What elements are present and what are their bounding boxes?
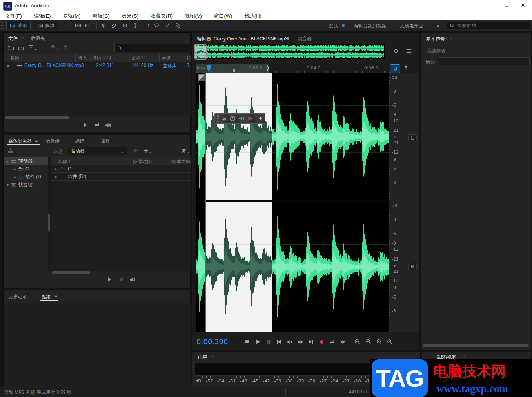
col-name[interactable]: 名称 ↑ [10,55,23,62]
media-splitter[interactable] [48,157,51,271]
expand-chevron-icon[interactable]: ▸ [14,167,16,171]
col-duration[interactable]: 持续时间 [133,158,152,165]
loop-playback-button[interactable] [327,337,337,346]
files-search-input[interactable] [126,45,189,51]
zoom-selector-left-handle[interactable] [195,46,197,57]
batch-save-icon[interactable] [50,45,59,51]
volume-hud[interactable]: +0 dB [214,113,265,124]
record-button[interactable] [317,337,326,346]
media-h-scrollbar[interactable] [52,271,90,274]
media-preview-play-button[interactable] [106,276,113,283]
maximize-button[interactable]: □ [502,2,511,8]
overview-list-icon[interactable] [405,47,412,54]
spectral-display-icon[interactable] [85,22,92,29]
overview-zoom-selector[interactable] [194,44,207,60]
zoom-out-full-button[interactable] [385,337,394,346]
col-name[interactable]: 名称 ↑ [58,158,71,165]
zoom-out-button[interactable] [364,337,373,346]
spot-healing-tool-icon[interactable] [175,22,181,29]
menu-multitrack[interactable]: 多轨(M) [58,12,86,20]
close-button[interactable]: ✕ [519,2,527,8]
file-name[interactable]: Crazy O... BLACKPINK.mp3 [24,63,84,68]
essential-h-scrollbar[interactable] [423,344,529,347]
editor-panel-menu-icon[interactable]: ≡ [287,36,289,41]
tab-essential-sound[interactable]: 基本声音 [426,36,445,43]
pause-button[interactable] [264,337,273,346]
workspace-tab-edit-audio-to-video[interactable]: 编辑音频到视频 [354,23,387,29]
tab-levels[interactable]: 电平 [198,354,207,361]
file-row[interactable]: ▸ Crazy O... BLACKPINK.mp3 2:42.011 4410… [4,62,191,70]
tab-video[interactable]: 视频 [41,294,51,300]
hud-grip[interactable] [217,115,219,122]
hud-knob-icon[interactable] [229,115,236,122]
selection-view-menu-icon[interactable]: ≡ [463,354,466,360]
media-browser-menu-icon[interactable]: ≡ [35,138,38,143]
tab-files[interactable]: 文件 [8,35,18,42]
waveform-display-icon[interactable] [74,22,82,29]
stop-button[interactable] [242,337,252,346]
time-selection-tool-icon[interactable] [132,22,138,29]
workspace-default-menu-icon[interactable]: ≡ [342,23,345,28]
tab-history[interactable]: 历史记录 [8,294,27,300]
fast-forward-button[interactable] [296,337,305,346]
tab-mixer[interactable]: 混音器 [298,36,312,42]
workspace-tab-radio-production[interactable]: 无线电作品 [400,23,423,29]
menu-effects[interactable]: 效果(S) [116,12,143,20]
import-file-icon[interactable] [18,45,24,51]
zoom-in-full-button[interactable] [374,337,384,346]
slip-tool-icon[interactable] [122,22,128,29]
menu-view[interactable]: 视图(V) [180,12,207,20]
selection-end-bracket[interactable]: ❭ [265,65,270,71]
filter-icon[interactable] [181,148,189,154]
add-shortcut-icon[interactable] [143,148,151,154]
time-display[interactable]: 0:00.390 [196,337,228,346]
files-panel-menu-icon[interactable]: ≡ [21,35,24,41]
toolbar-grip[interactable] [1,22,3,29]
help-search-input[interactable] [456,22,527,29]
expand-chevron-icon[interactable]: ▸ [55,167,57,171]
col-duration[interactable]: 持续时间 [92,55,111,62]
move-tool-icon[interactable] [100,22,106,29]
marquee-tool-icon[interactable] [143,22,149,29]
hud-gain-value[interactable]: +0 [238,116,244,121]
collapse-chevron-icon[interactable]: ▾ [7,159,9,163]
waveform-right-channel[interactable] [196,202,389,332]
playhead-handle[interactable] [206,65,211,72]
tree-item-d-drive[interactable]: ▸ 软件 (D: [4,173,48,181]
go-to-start-button[interactable] [274,337,283,346]
zoom-selector-right-handle[interactable] [204,46,206,57]
waveform-overview[interactable] [195,44,385,59]
video-panel-menu-icon[interactable]: ≡ [54,294,57,299]
files-h-scrollbar[interactable] [5,116,69,119]
media-preview-loop-button[interactable] [118,276,125,283]
media-v-scrollbar[interactable] [48,214,50,232]
menu-favorites[interactable]: 收藏夹(R) [145,12,178,20]
tree-item-c-drive[interactable]: ▸ C: [4,165,48,173]
workspace-tab-default[interactable]: 默认 [329,23,338,29]
col-channels[interactable]: 声道 [162,55,171,62]
tree-item-drives[interactable]: ▾ 驱动器 [4,157,48,165]
tab-effects-rack[interactable]: 效果组 [46,138,60,145]
menu-clip[interactable]: 剪辑(C) [87,12,115,20]
trash-icon[interactable] [62,45,69,51]
menu-window[interactable]: 窗口(W) [209,12,237,20]
tab-media-browser[interactable]: 媒体浏览器 [8,138,32,145]
skip-selection-button[interactable] [338,337,347,346]
expand-chevron-icon[interactable]: ▸ [7,63,10,68]
multitrack-view-button[interactable]: 多轨 [34,22,58,29]
tree-item-shortcuts[interactable]: ▾ 快捷键 [4,181,48,189]
workspace-overflow-icon[interactable]: » [436,22,439,29]
expand-chevron-icon[interactable]: ▸ [55,174,57,179]
right-channel-badge[interactable]: R [408,263,417,270]
media-preview-volume-button[interactable] [129,276,136,283]
razor-tool-icon[interactable] [111,22,117,29]
files-preview-play-button[interactable] [82,122,88,128]
menu-help[interactable]: 帮助(H) [239,12,267,20]
help-search-box[interactable] [447,22,530,29]
tab-favorites[interactable]: 收藏夹 [31,35,45,42]
expand-chevron-icon[interactable]: ▸ [14,175,16,179]
left-channel-badge[interactable]: L [408,134,417,141]
content-dropdown[interactable]: 驱动器 ⌄ [68,147,127,155]
go-to-end-button[interactable] [306,337,316,346]
hud-pin-icon[interactable] [258,116,263,121]
